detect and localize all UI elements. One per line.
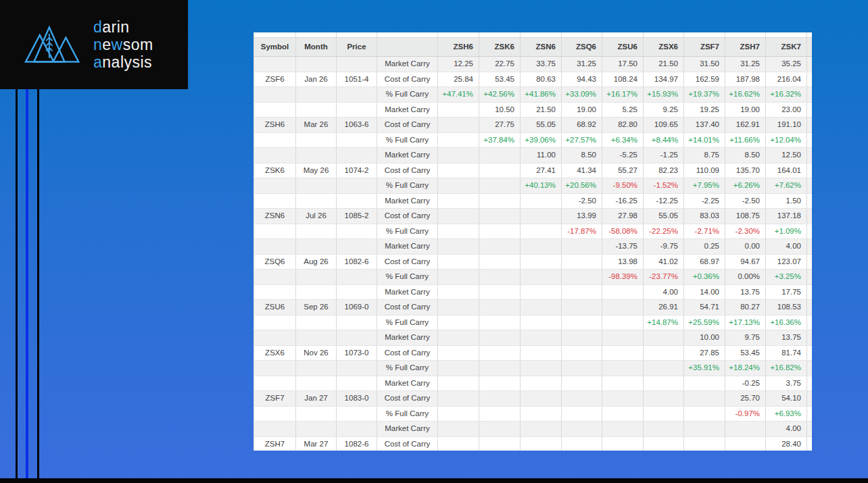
value-cell-ZSX6: 26.91: [644, 300, 684, 315]
value-cell-ZSX6: -12.25: [644, 193, 684, 209]
value-cell-ZSK7: 191.10: [766, 118, 807, 133]
value-cell-ZSK7: 108.53: [766, 300, 807, 315]
value-cell-ZSQ6: +20.56%: [562, 178, 602, 194]
value-cell-ZSU6: [602, 284, 644, 300]
month-cell: [296, 406, 337, 422]
value-cell-ZSK6: +37.84%: [479, 132, 521, 148]
month-cell: [296, 193, 337, 209]
row-label-cell: Market Carry: [377, 284, 438, 300]
clipped-cell: [807, 118, 813, 133]
value-cell-ZSX6: 9.25: [644, 102, 684, 118]
clipped-cell: [807, 391, 813, 407]
column-header-month: Month: [296, 38, 337, 57]
price-cell: [337, 361, 377, 376]
symbol-cell: ZSQ6: [254, 254, 296, 270]
value-cell-ZSQ6: 94.43: [562, 72, 602, 87]
value-cell-ZSH7: 108.75: [725, 209, 766, 224]
value-cell-ZSU6: 108.24: [602, 72, 644, 87]
value-cell-ZSH7: [725, 422, 766, 437]
clipped-cell: [807, 102, 813, 118]
spacer-cell: [725, 32, 766, 38]
value-cell-ZSN6: 55.05: [521, 118, 562, 133]
symbol-cell: ZSH7: [254, 436, 296, 451]
value-cell-ZSU6: 5.25: [602, 102, 644, 118]
value-cell-ZSH7: 0.00%: [725, 270, 766, 285]
value-cell-ZSF7: 54.71: [684, 300, 725, 315]
value-cell-ZSX6: [644, 376, 684, 391]
value-cell-ZSF7: [684, 436, 725, 451]
column-header-ZSH6: ZSH6: [438, 38, 479, 57]
value-cell-ZSK7: 28.40: [766, 436, 807, 451]
clipped-cell: [807, 178, 813, 194]
value-cell-ZSX6: [644, 422, 684, 437]
clipped-cell: [807, 270, 813, 285]
value-cell-ZSK7: 35.25: [766, 57, 807, 72]
value-cell-ZSF7: [684, 376, 725, 391]
value-cell-ZSX6: 4.00: [644, 284, 684, 300]
column-header-clipped: [807, 38, 813, 57]
value-cell-ZSU6: 27.98: [602, 209, 644, 224]
value-cell-ZSH6: [438, 376, 479, 391]
carry-table-body: SymbolMonthPriceZSH6ZSK6ZSN6ZSQ6ZSU6ZSX6…: [254, 32, 813, 451]
symbol-cell: [254, 422, 296, 437]
row-label-cell: Cost of Carry: [377, 436, 438, 451]
clipped-cell: [807, 72, 813, 87]
value-cell-ZSX6: [644, 330, 684, 346]
value-cell-ZSH6: [438, 422, 479, 437]
value-cell-ZSQ6: 13.99: [562, 209, 602, 224]
value-cell-ZSK6: [479, 315, 521, 330]
month-cell: [296, 315, 337, 330]
price-cell: 1074-2: [337, 163, 377, 178]
value-cell-ZSF7: +7.95%: [684, 178, 725, 194]
price-cell: [337, 422, 377, 437]
value-cell-ZSK6: [479, 361, 521, 376]
value-cell-ZSQ6: -17.87%: [562, 224, 602, 239]
month-cell: Nov 26: [296, 345, 337, 361]
price-cell: 1063-6: [337, 118, 377, 133]
value-cell-ZSN6: [521, 436, 562, 451]
row-label-cell: Cost of Carry: [377, 345, 438, 361]
clipped-cell: [807, 422, 813, 437]
slide-background: darinnewsomanalysis SymbolMonthPriceZSH6…: [0, 0, 868, 483]
value-cell-ZSU6: [602, 345, 644, 361]
value-cell-ZSH6: [438, 118, 479, 133]
value-cell-ZSQ6: [562, 406, 602, 422]
symbol-cell: [254, 406, 296, 422]
value-cell-ZSK7: 4.00: [766, 422, 807, 437]
value-cell-ZSK6: [479, 345, 521, 361]
value-cell-ZSX6: 41.02: [644, 254, 684, 270]
symbol-cell: ZSU6: [254, 300, 296, 315]
value-cell-ZSK7: 123.07: [766, 254, 807, 270]
value-cell-ZSF7: 10.00: [684, 330, 725, 346]
value-cell-ZSK6: [479, 406, 521, 422]
value-cell-ZSN6: [521, 376, 562, 391]
price-cell: 1069-0: [337, 300, 377, 315]
symbol-cell: [254, 224, 296, 239]
value-cell-ZSH6: [438, 361, 479, 376]
value-cell-ZSH6: [438, 193, 479, 209]
row-label-cell: % Full Carry: [377, 178, 438, 194]
spacer-cell: [684, 32, 725, 38]
row-label-cell: % Full Carry: [377, 361, 438, 376]
value-cell-ZSH6: [438, 391, 479, 407]
value-cell-ZSU6: [602, 330, 644, 346]
value-cell-ZSH7: 25.70: [725, 391, 766, 407]
price-cell: 1085-2: [337, 209, 377, 224]
value-cell-ZSK7: 13.75: [766, 330, 807, 346]
value-cell-ZSH6: [438, 178, 479, 194]
value-cell-ZSH6: 12.25: [438, 57, 479, 72]
value-cell-ZSH7: 162.91: [725, 118, 766, 133]
row-label-cell: % Full Carry: [377, 224, 438, 239]
month-cell: Mar 26: [296, 118, 337, 133]
symbol-cell: [254, 239, 296, 255]
price-cell: [337, 406, 377, 422]
value-cell-ZSH6: [438, 102, 479, 118]
value-cell-ZSF7: [684, 391, 725, 407]
row-label-cell: Market Carry: [377, 422, 438, 437]
value-cell-ZSX6: 21.50: [644, 57, 684, 72]
clipped-cell: [807, 330, 813, 346]
clipped-cell: [807, 239, 813, 255]
value-cell-ZSN6: [521, 345, 562, 361]
value-cell-ZSF7: [684, 422, 725, 437]
value-cell-ZSU6: 82.80: [602, 118, 644, 133]
